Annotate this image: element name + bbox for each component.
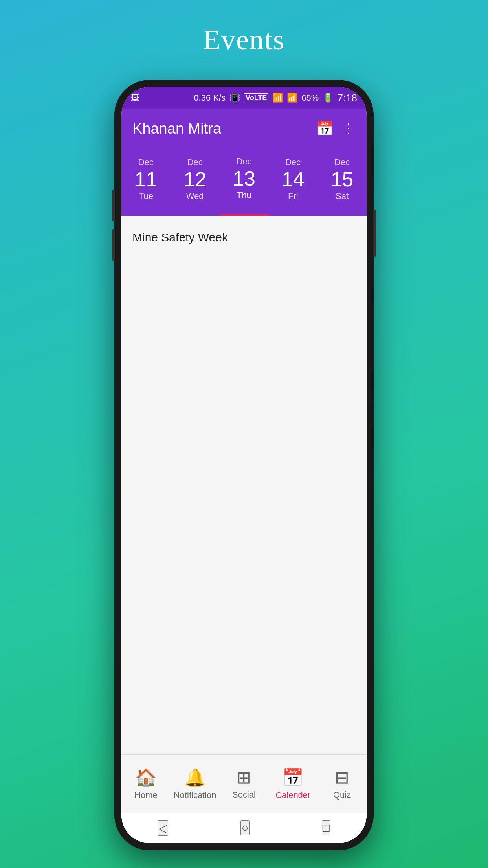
cal-weekday-4: Sat	[336, 191, 349, 201]
signal-icon: 📶	[287, 93, 297, 103]
app-title: Khanan Mitra	[132, 120, 221, 137]
power-btn[interactable]	[373, 210, 376, 257]
nav-icon-0: 🏠	[135, 767, 157, 788]
page-title: Events	[203, 24, 285, 56]
nav-icon-4: ⊟	[335, 767, 349, 787]
wifi-icon: 📶	[272, 93, 283, 103]
cal-weekday-0: Tue	[139, 191, 153, 201]
vibrate-icon: 📳	[229, 93, 240, 103]
cal-num-0: 11	[134, 169, 157, 189]
volume-up-btn[interactable]	[112, 190, 115, 221]
cal-num-2: 13	[233, 168, 255, 189]
cal-weekday-1: Wed	[186, 191, 204, 201]
phone-frame: 🖼 0.36 K/s 📳 VoLTE 📶 📶 65% 🔋 7:18 Khanan…	[114, 80, 374, 850]
cal-day-14[interactable]: Dec 14 Fri	[268, 148, 317, 216]
cal-day-11[interactable]: Dec 11 Tue	[121, 148, 171, 216]
cal-weekday-3: Fri	[288, 191, 298, 201]
recents-button[interactable]: □	[322, 820, 330, 835]
cal-day-12[interactable]: Dec 12 Wed	[171, 148, 220, 216]
volume-down-btn[interactable]	[112, 229, 115, 261]
calendar-strip: Dec 11 Tue Dec 12 Wed Dec 13 Thu Dec 14 …	[121, 148, 367, 216]
event-item-0[interactable]: Mine Safety Week	[132, 227, 356, 248]
status-time: 7:18	[337, 92, 357, 104]
network-speed: 0.36 K/s	[194, 93, 226, 103]
cal-month-3: Dec	[285, 157, 301, 167]
app-bar-actions: 📅 ⋮	[316, 120, 356, 137]
battery-pct: 65%	[301, 93, 319, 103]
bottom-nav: 🏠 Home 🔔 Notification ⊞ Social 📅 Calende…	[121, 754, 367, 813]
nav-label-1: Notification	[174, 790, 216, 800]
nav-label-2: Social	[232, 790, 256, 800]
calendar-icon-btn[interactable]: 📅	[316, 120, 334, 137]
cal-weekday-2: Thu	[237, 190, 251, 200]
content-area: Mine Safety Week	[121, 216, 367, 754]
cal-num-4: 15	[331, 169, 354, 189]
home-button[interactable]: ○	[240, 820, 249, 835]
cal-day-13[interactable]: Dec 13 Thu	[220, 148, 269, 216]
battery-icon: 🔋	[323, 93, 333, 103]
status-right: 0.36 K/s 📳 VoLTE 📶 📶 65% 🔋 7:18	[194, 92, 357, 104]
cal-month-4: Dec	[334, 157, 350, 167]
gallery-icon: 🖼	[131, 93, 139, 103]
nav-item-notification[interactable]: 🔔 Notification	[171, 767, 220, 800]
nav-item-home[interactable]: 🏠 Home	[121, 767, 171, 800]
calendar-check-icon: 📅	[316, 120, 334, 136]
nav-label-0: Home	[134, 790, 158, 800]
status-left: 🖼	[131, 93, 139, 103]
volte-icon: VoLTE	[244, 93, 268, 103]
cal-num-1: 12	[183, 169, 206, 189]
more-vert-icon: ⋮	[341, 120, 356, 136]
status-bar: 🖼 0.36 K/s 📳 VoLTE 📶 📶 65% 🔋 7:18	[121, 87, 367, 109]
app-bar: Khanan Mitra 📅 ⋮	[121, 109, 367, 148]
cal-month-2: Dec	[236, 156, 251, 167]
cal-month-1: Dec	[187, 157, 203, 167]
back-button[interactable]: ◁	[158, 820, 168, 836]
nav-label-4: Quiz	[333, 790, 351, 800]
nav-icon-1: 🔔	[184, 767, 206, 788]
nav-item-calender[interactable]: 📅 Calender	[268, 767, 317, 800]
phone-screen: 🖼 0.36 K/s 📳 VoLTE 📶 📶 65% 🔋 7:18 Khanan…	[121, 87, 367, 843]
nav-item-quiz[interactable]: ⊟ Quiz	[317, 767, 367, 800]
nav-item-social[interactable]: ⊞ Social	[220, 767, 269, 800]
nav-label-3: Calender	[275, 790, 310, 800]
cal-month-0: Dec	[138, 157, 154, 167]
nav-icon-2: ⊞	[237, 767, 251, 787]
cal-day-15[interactable]: Dec 15 Sat	[317, 148, 367, 216]
more-options-btn[interactable]: ⋮	[341, 120, 356, 137]
nav-icon-3: 📅	[282, 767, 304, 788]
system-nav-bar: ◁ ○ □	[121, 813, 367, 843]
cal-num-3: 14	[282, 169, 305, 189]
